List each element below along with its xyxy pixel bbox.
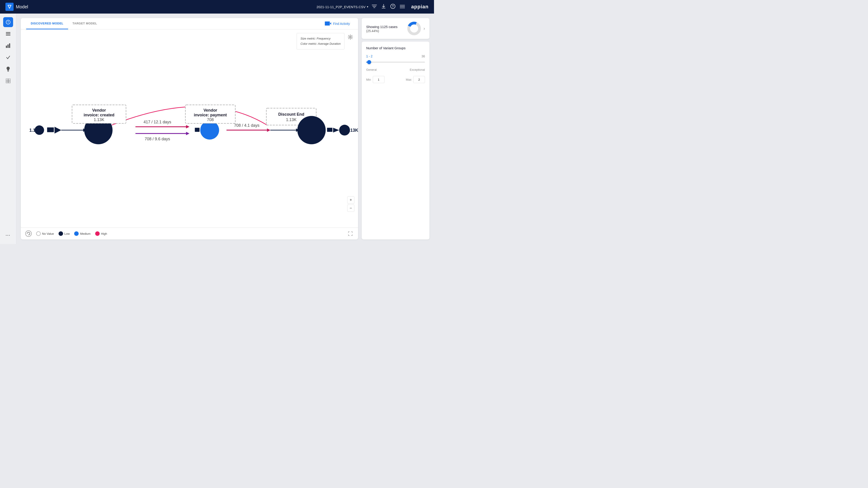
sidebar-item-chart[interactable]	[3, 41, 13, 51]
variant-card: Number of Variant Groups 1 - 2 36 Genera…	[362, 41, 430, 239]
exceptional-label: Exceptional	[410, 68, 425, 71]
svg-marker-30	[186, 132, 189, 135]
svg-text:708: 708	[207, 118, 214, 122]
slider-max-value: 36	[421, 55, 425, 58]
filter-icon[interactable]	[372, 4, 377, 9]
svg-marker-33	[267, 129, 270, 132]
svg-rect-58	[327, 128, 333, 132]
tab-discovered-model[interactable]: DISCOVERED MODEL	[26, 18, 68, 29]
sidebar-item-more[interactable]: ···	[3, 230, 13, 240]
sidebar-item-table[interactable]	[3, 76, 13, 86]
cases-text: Showing 1125 cases (25.44%)	[366, 24, 405, 33]
app-title: Model	[16, 4, 28, 9]
svg-rect-14	[6, 46, 7, 48]
fullscreen-button[interactable]	[347, 230, 353, 237]
logo-icon	[5, 3, 13, 11]
max-group: Max	[406, 76, 425, 83]
filename-text: 2021-11-11_P2P_EVENTS.CSV	[316, 5, 366, 9]
no-value-circle	[36, 231, 41, 236]
svg-marker-27	[186, 125, 189, 129]
menu-icon[interactable]	[400, 4, 405, 9]
variant-slider-container	[366, 60, 425, 64]
slider-thumb[interactable]	[367, 60, 371, 64]
svg-marker-24	[330, 22, 331, 25]
general-label: General	[366, 68, 377, 71]
sidebar-item-check[interactable]	[3, 53, 13, 62]
svg-point-61	[339, 125, 350, 135]
filename-chevron: ▾	[367, 5, 368, 8]
svg-rect-18	[7, 71, 9, 72]
find-activity-button[interactable]: Find Activity	[322, 20, 352, 28]
svg-point-38	[35, 125, 44, 135]
no-value-label: No Value	[42, 232, 54, 235]
svg-text:invoice: created: invoice: created	[84, 113, 114, 117]
svg-text:708 / 9.6 days: 708 / 9.6 days	[145, 137, 170, 141]
find-activity-label: Find Activity	[333, 22, 350, 26]
slider-labels: General Exceptional	[366, 68, 425, 71]
min-label: Min	[366, 78, 371, 81]
svg-point-55	[297, 116, 326, 144]
sidebar-item-lightbulb[interactable]	[3, 64, 13, 74]
download-icon[interactable]	[381, 4, 386, 10]
sidebar-item-list[interactable]	[3, 29, 13, 39]
svg-rect-23	[325, 22, 330, 26]
cases-title: Showing 1125 cases	[366, 24, 405, 29]
high-circle	[95, 231, 100, 236]
main-layout: ··· DISCOVERED MODEL TARGET MODEL Fin	[0, 13, 434, 244]
svg-text:417 / 12.1 days: 417 / 12.1 days	[144, 120, 171, 124]
cases-chevron-icon[interactable]: ›	[424, 26, 425, 31]
appian-logo: appian	[411, 4, 429, 10]
medium-circle	[74, 231, 79, 236]
svg-rect-12	[6, 33, 10, 34]
reset-button[interactable]	[25, 230, 32, 237]
svg-text:Vendor: Vendor	[92, 108, 106, 112]
low-label: Low	[64, 232, 70, 235]
medium-label: Medium	[80, 232, 90, 235]
minmax-row: Min Max	[366, 76, 425, 83]
variant-groups-title: Number of Variant Groups	[366, 46, 425, 50]
svg-rect-47	[195, 128, 199, 132]
legend-no-value: No Value	[36, 231, 54, 236]
svg-rect-11	[6, 32, 10, 33]
bottom-legend: No Value Low Medium High	[21, 228, 358, 239]
help-icon[interactable]: ?	[391, 4, 395, 10]
high-label: High	[101, 232, 107, 235]
svg-marker-36	[55, 127, 61, 133]
svg-text:?: ?	[392, 4, 394, 8]
min-input[interactable]	[373, 76, 384, 83]
low-circle	[59, 231, 63, 236]
slider-range-label: 1 - 2	[366, 55, 373, 58]
zoom-in-button[interactable]: +	[347, 196, 354, 203]
cases-donut-chart	[407, 22, 421, 35]
slider-row: 1 - 2 36	[366, 55, 425, 58]
process-diagram-svg: 417 / 12.1 days 708 / 9.6 days 708 / 4.1…	[21, 29, 358, 228]
svg-rect-35	[47, 127, 54, 132]
svg-rect-16	[9, 43, 10, 48]
right-panel: Showing 1125 cases (25.44%) › Number of …	[362, 18, 430, 239]
tabs-row: DISCOVERED MODEL TARGET MODEL Find Activ…	[21, 18, 358, 29]
svg-text:Discount End: Discount End	[278, 112, 304, 117]
svg-rect-13	[6, 35, 10, 35]
svg-text:708 / 4.1 days: 708 / 4.1 days	[234, 123, 259, 128]
max-label: Max	[406, 78, 411, 81]
cases-card: Showing 1125 cases (25.44%) ›	[362, 18, 430, 39]
tab-target-model[interactable]: TARGET MODEL	[68, 18, 102, 29]
filename-selector[interactable]: 2021-11-11_P2P_EVENTS.CSV ▾	[316, 5, 368, 9]
svg-text:invoice: payment: invoice: payment	[194, 113, 227, 117]
svg-marker-9	[8, 21, 8, 22]
logo: Model	[5, 3, 28, 11]
legend-low: Low	[59, 231, 70, 236]
legend-high: High	[95, 231, 107, 236]
zoom-out-button[interactable]: −	[347, 204, 354, 212]
zoom-controls: + −	[347, 196, 354, 212]
svg-marker-10	[8, 22, 8, 24]
svg-text:1.13K: 1.13K	[94, 118, 104, 122]
svg-marker-59	[333, 128, 339, 133]
max-input[interactable]	[413, 76, 425, 83]
cases-percent: (25.44%)	[366, 29, 405, 33]
top-navigation: Model 2021-11-11_P2P_EVENTS.CSV ▾ ?	[0, 0, 434, 13]
svg-rect-15	[7, 44, 8, 48]
nav-icons: ? appian	[372, 4, 429, 10]
slider-track	[366, 62, 425, 63]
sidebar-item-compass[interactable]	[3, 17, 13, 27]
